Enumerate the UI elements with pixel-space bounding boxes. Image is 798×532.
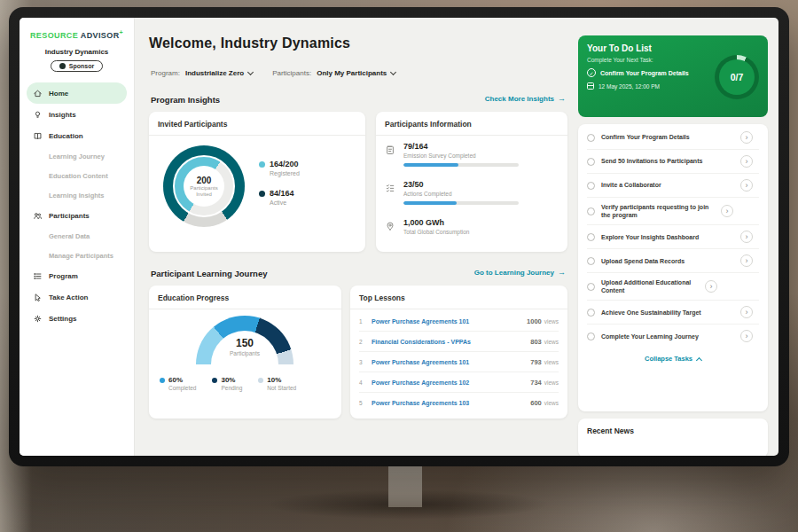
- card-title: Invited Participants: [149, 112, 365, 136]
- task-checkbox[interactable]: [587, 134, 595, 142]
- lesson-row: 5 Power Purchase Agreements 103 600 view…: [359, 393, 559, 413]
- legend-dot-not-started: [258, 378, 263, 383]
- participants-filter-dropdown[interactable]: Only My Participants: [317, 69, 395, 77]
- legend-dot-pending: [212, 378, 217, 383]
- education-progress-card: Education Progress 150 Participants: [149, 286, 341, 419]
- sidebar-item-manage-participants[interactable]: Manage Participants: [27, 246, 127, 265]
- filter-bar: Program: Industrialize Zero Participants…: [151, 69, 395, 77]
- task-checkbox[interactable]: [587, 207, 595, 215]
- task-expand-button[interactable]: ›: [721, 205, 733, 217]
- task-expand-button[interactable]: ›: [740, 131, 753, 144]
- sidebar-item-education-content[interactable]: Education Content: [27, 166, 127, 185]
- list-icon: [33, 271, 43, 281]
- todo-progress-ring: 0/7: [715, 55, 759, 99]
- task-checkbox[interactable]: [587, 233, 595, 241]
- progress-bar: [403, 201, 519, 205]
- task-item[interactable]: Send 50 Invitations to Participants ›: [587, 150, 759, 174]
- task-item[interactable]: Invite a Collaborator ›: [587, 174, 759, 198]
- task-checkbox[interactable]: [587, 257, 595, 265]
- task-item[interactable]: Explore Your Insights Dashboard ›: [587, 225, 759, 249]
- lesson-views: 600: [530, 399, 542, 407]
- lesson-rank: 5: [359, 400, 372, 406]
- participants-information-card: Participants Information 79/164 Emission…: [376, 112, 567, 252]
- arrow-right-icon: →: [558, 268, 566, 277]
- home-icon: [33, 89, 43, 98]
- sidebar-item-take-action[interactable]: Take Action: [27, 286, 127, 308]
- task-expand-button[interactable]: ›: [740, 179, 753, 192]
- task-item[interactable]: Verify participants requesting to join t…: [587, 198, 759, 225]
- checklist-icon: [385, 181, 395, 192]
- lesson-views: 793: [530, 358, 542, 366]
- task-expand-button[interactable]: ›: [740, 306, 753, 318]
- task-expand-button[interactable]: ›: [740, 330, 753, 342]
- recent-news-title: Recent News: [587, 426, 759, 435]
- people-icon: [33, 211, 43, 221]
- task-expand-button[interactable]: ›: [740, 155, 753, 168]
- recent-news-card[interactable]: Recent News: [578, 419, 768, 456]
- gauge-center-value: 150: [196, 337, 293, 349]
- sidebar-item-learning-journey[interactable]: Learning Journey: [27, 146, 127, 166]
- collapse-tasks-button[interactable]: Collapse Tasks: [587, 348, 759, 368]
- legend-dot-completed: [160, 378, 165, 383]
- go-to-learning-journey-link[interactable]: Go to Learning Journey →: [474, 268, 566, 277]
- task-item[interactable]: Achieve One Sustainability Target ›: [587, 301, 759, 325]
- task-label: Achieve One Sustainability Target: [601, 309, 734, 317]
- lesson-row: 4 Power Purchase Agreements 102 734 view…: [359, 372, 559, 393]
- metric-label: Total Global Consumption: [403, 229, 469, 235]
- sidebar-item-label: Home: [49, 90, 68, 98]
- lesson-title-link[interactable]: Power Purchase Agreements 103: [372, 400, 530, 406]
- lesson-rank: 4: [359, 379, 372, 386]
- task-label: Invite a Collaborator: [601, 181, 734, 189]
- sidebar-nav: Home Insights Education Learning Journey…: [20, 82, 134, 329]
- sidebar-item-learning-insights[interactable]: Learning Insights: [27, 185, 127, 205]
- sidebar-item-education[interactable]: Education: [27, 125, 127, 146]
- legend-label: Pending: [221, 385, 242, 391]
- task-expand-button[interactable]: ›: [740, 231, 753, 243]
- sidebar-item-home[interactable]: Home: [27, 82, 127, 104]
- section-title-learning-journey: Participant Learning Journey: [151, 269, 267, 278]
- task-item[interactable]: Upload Spend Data Records ›: [587, 249, 759, 273]
- task-list-card: Confirm Your Program Details › Send 50 I…: [578, 124, 768, 411]
- metric-label: Emission Survey Completed: [403, 153, 519, 159]
- task-checkbox[interactable]: [587, 158, 595, 166]
- program-filter-dropdown[interactable]: Industrialize Zero: [185, 69, 253, 77]
- chevron-up-icon: [696, 357, 702, 364]
- photo-background: RESOURCE ADVISOR+ Industry Dynamics Spon…: [0, 0, 798, 532]
- sidebar-item-insights[interactable]: Insights: [27, 104, 127, 125]
- sidebar-item-participants[interactable]: Participants: [27, 205, 127, 226]
- section-title-program-insights: Program Insights: [151, 95, 220, 105]
- sidebar-item-program[interactable]: Program: [27, 265, 127, 286]
- lesson-title-link[interactable]: Power Purchase Agreements 101: [372, 318, 527, 325]
- card-title: Education Progress: [149, 286, 341, 309]
- task-checkbox[interactable]: [587, 283, 595, 291]
- todo-next-task: Confirm Your Program Details: [600, 70, 689, 76]
- sidebar-item-label: Program: [49, 272, 78, 280]
- task-checkbox[interactable]: [587, 182, 595, 190]
- task-item[interactable]: Confirm Your Program Details ›: [587, 126, 759, 150]
- monitor-bezel: RESOURCE ADVISOR+ Industry Dynamics Spon…: [9, 7, 789, 466]
- lesson-title-link[interactable]: Financial Considerations - VPPAs: [372, 339, 530, 345]
- task-checkbox[interactable]: [587, 309, 595, 317]
- task-expand-button[interactable]: ›: [705, 280, 717, 293]
- lesson-views: 803: [530, 338, 542, 346]
- card-title: Top Lessons: [350, 286, 567, 309]
- sidebar-item-settings[interactable]: Settings: [27, 308, 127, 329]
- task-label: Explore Your Insights Dashboard: [601, 233, 734, 241]
- monitor-stand: [388, 463, 422, 507]
- task-item[interactable]: Complete Your Learning Journey ›: [587, 325, 759, 348]
- task-expand-button[interactable]: ›: [740, 254, 753, 267]
- task-label: Upload Additional Educational Content: [601, 278, 699, 294]
- lesson-title-link[interactable]: Power Purchase Agreements 101: [372, 359, 530, 365]
- task-item[interactable]: Upload Additional Educational Content ›: [587, 273, 759, 301]
- lesson-row: 1 Power Purchase Agreements 101 1000 vie…: [359, 311, 559, 332]
- lesson-title-link[interactable]: Power Purchase Agreements 102: [372, 379, 530, 386]
- calendar-icon: [587, 82, 594, 90]
- legend-value: 30%: [221, 376, 235, 384]
- program-filter-label: Program:: [151, 69, 180, 77]
- chevron-down-icon: [247, 68, 254, 74]
- check-more-insights-link[interactable]: Check More Insights →: [485, 94, 566, 103]
- legend-dot-active: [259, 191, 265, 197]
- task-checkbox[interactable]: [587, 332, 595, 340]
- sidebar-item-general-data[interactable]: General Data: [27, 226, 127, 246]
- location-pin-icon: [385, 219, 395, 230]
